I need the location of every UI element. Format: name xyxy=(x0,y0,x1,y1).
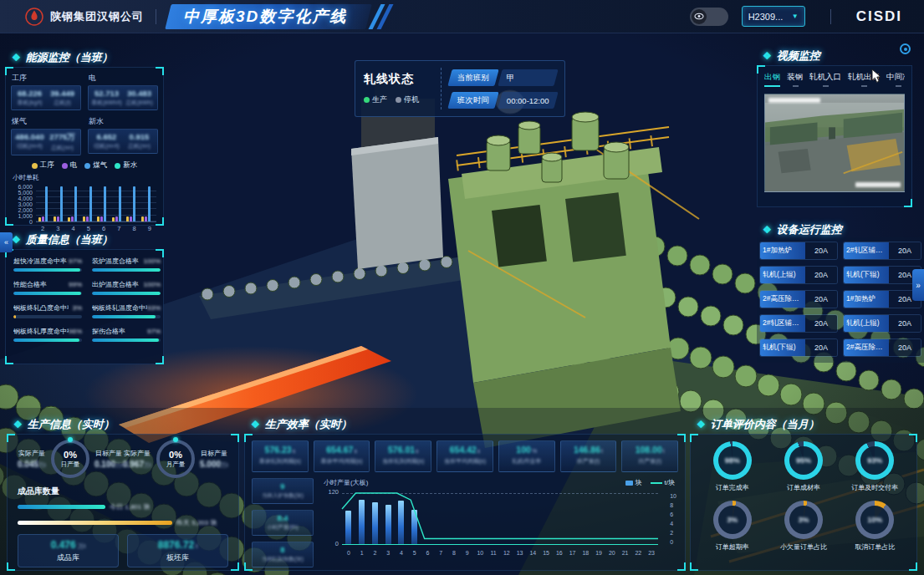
actual-output-value: 0.045万t xyxy=(18,460,46,470)
unit-label: 万t xyxy=(76,542,86,550)
device-value: 20A xyxy=(805,315,837,332)
efficiency-card-label: 轧机作业率 xyxy=(499,457,554,466)
energy-metric: 2775万总耗(m³) xyxy=(46,132,79,152)
video-tab-0[interactable]: 出钢 xyxy=(764,72,780,85)
legend-label: 块 xyxy=(636,478,642,487)
secondary-y-axis: 1086420 xyxy=(670,493,676,545)
energy-metric-value: 52.713 xyxy=(90,89,123,98)
device-value: 20A xyxy=(805,291,837,308)
warehouse-value: 0.476 万t xyxy=(51,539,86,551)
ring-label: 月产量 xyxy=(166,461,186,469)
quality-item-value: 97% xyxy=(69,257,82,265)
progress-fill xyxy=(92,338,159,342)
legend-label: t/块 xyxy=(665,478,675,487)
efficiency-card-label: 单块平均周期(s) xyxy=(314,457,370,466)
unit-label: s xyxy=(293,448,296,454)
progress-fill xyxy=(13,268,80,272)
video-feed[interactable] xyxy=(764,94,905,192)
y2-tick: 6 xyxy=(670,511,676,517)
order-select-dropdown[interactable]: H2309... ▼ xyxy=(742,6,805,27)
devices-panel-title-text: 设备运行监控 xyxy=(777,222,842,237)
device-cell: 轧机(上辊)20A xyxy=(844,315,921,332)
video-tab-4[interactable]: 中间冷 xyxy=(886,72,905,85)
chart-legend-item: 块 xyxy=(625,478,642,487)
energy-group: 工序68.226单耗(kg/t)39.449总耗(t) xyxy=(11,72,81,110)
quality-item-value: 100% xyxy=(144,281,161,288)
orders-panel-title: ❖ 订单评价内容（当月） xyxy=(697,417,819,432)
warehouse-value: 8876.72 t xyxy=(158,539,198,551)
energy-metric-value: 6.652 xyxy=(90,132,123,141)
energy-panel: 工序68.226单耗(kg/t)39.449总耗(t)电52.713单耗(kWh… xyxy=(5,67,164,226)
efficiency-card: 576.23s单块轧制周期(s) xyxy=(252,440,309,472)
efficiency-side-stat: 8当班轧制块数(块) xyxy=(252,542,314,567)
device-name: 轧机(下辊) xyxy=(844,267,889,283)
bar xyxy=(115,216,118,221)
efficiency-card-label: 单块轧制周期(s) xyxy=(253,457,308,466)
progress-fill xyxy=(92,268,161,272)
progress-fill xyxy=(92,315,156,318)
legend-label: 新水 xyxy=(123,160,137,170)
quality-item: 出炉温度合格率100% xyxy=(92,280,161,295)
corner-decoration xyxy=(677,434,686,442)
collapse-left-panel-tab[interactable]: « xyxy=(0,232,13,252)
visibility-toggle[interactable] xyxy=(690,8,728,26)
corner-decoration xyxy=(7,434,15,442)
gray-dot-icon xyxy=(396,97,401,103)
video-tab-1[interactable]: 装钢 xyxy=(787,72,803,85)
bar xyxy=(104,186,106,221)
energy-group: 新水6.652综耗(m³/t)0.915总耗(m³) xyxy=(88,115,158,155)
current-shift-row: 当前班别 甲 xyxy=(450,69,556,86)
unit-label: t xyxy=(601,448,603,454)
energy-chart-y-axis: 6,0005,0004,0003,0002,0001,0000 xyxy=(11,184,33,222)
video-tab-2[interactable]: 轧机入口 xyxy=(809,72,841,85)
stock-bars: 今日 1,801 块昨天 5,203 块 xyxy=(18,502,228,527)
legend-dot-icon xyxy=(62,163,68,169)
dashed-divider xyxy=(441,68,442,109)
shift-label-button: 当前班别 xyxy=(448,69,499,86)
energy-panel-title-text: 能源监控（当班） xyxy=(26,50,113,65)
bar xyxy=(54,216,56,221)
y-axis-min: 0 xyxy=(320,540,339,547)
order-gauge: 10%取消订单占比 xyxy=(855,501,895,552)
ring-percent: 0% xyxy=(64,450,77,460)
ring-percent: 0% xyxy=(169,450,182,460)
record-indicator-icon[interactable] xyxy=(900,43,911,54)
donut-center: 3% xyxy=(789,506,818,534)
x-tick: 4 xyxy=(72,225,75,232)
donut-center: 95% xyxy=(789,446,818,475)
unit-label: % xyxy=(532,448,537,454)
efficiency-side-stat: 8.4小时产量(t/h) xyxy=(252,510,314,536)
bar xyxy=(112,217,115,221)
diamond-icon: ❖ xyxy=(13,419,23,430)
collapse-right-panel-tab[interactable]: » xyxy=(912,269,924,301)
diamond-icon: ❖ xyxy=(763,50,772,62)
donut-value: 98% xyxy=(725,456,740,465)
donut-value: 95% xyxy=(796,456,811,465)
bar xyxy=(100,216,103,221)
device-value: 20A xyxy=(805,339,837,356)
x-tick: 7 xyxy=(117,225,120,232)
device-name: 1#加热炉 xyxy=(760,242,805,259)
device-cell: 2#轧区辅…20A xyxy=(844,242,921,259)
x-tick: 5 xyxy=(87,225,90,232)
x-tick: 9 xyxy=(148,225,151,232)
energy-metric-value: 39.449 xyxy=(46,89,79,98)
device-cell: 2#高压除…20A xyxy=(844,339,921,356)
actual-output-value: 0.967万t xyxy=(123,460,151,470)
x-tick: 23 xyxy=(645,550,658,556)
dashboard: 陕钢集团汉钢公司 中厚板3D数字化产线 H2309... ▼ CISDI ❖ 能… xyxy=(0,0,924,575)
stock-bar-row: 今日 1,801 块 xyxy=(18,502,228,511)
progress-track xyxy=(13,268,82,272)
bar xyxy=(71,216,74,221)
chart-x-axis: 01234567891011121314151617181920212223 xyxy=(342,550,658,556)
corner-decoration xyxy=(156,67,164,75)
energy-group-box: 68.226单耗(kg/t)39.449总耗(t) xyxy=(11,85,81,110)
energy-group-name: 电 xyxy=(89,73,158,84)
device-cell: 1#加热炉20A xyxy=(844,291,921,308)
devices-panel: 1#加热炉20A2#轧区辅…20A轧机(上辊)20A轧机(下辊)20A2#高压除… xyxy=(757,237,924,363)
efficiency-card-value: 654.67 xyxy=(326,445,353,455)
legend-production: 生产 xyxy=(364,94,387,105)
progress-fill xyxy=(92,292,161,295)
x-tick: 6 xyxy=(421,550,435,556)
x-tick: 11 xyxy=(487,550,500,556)
